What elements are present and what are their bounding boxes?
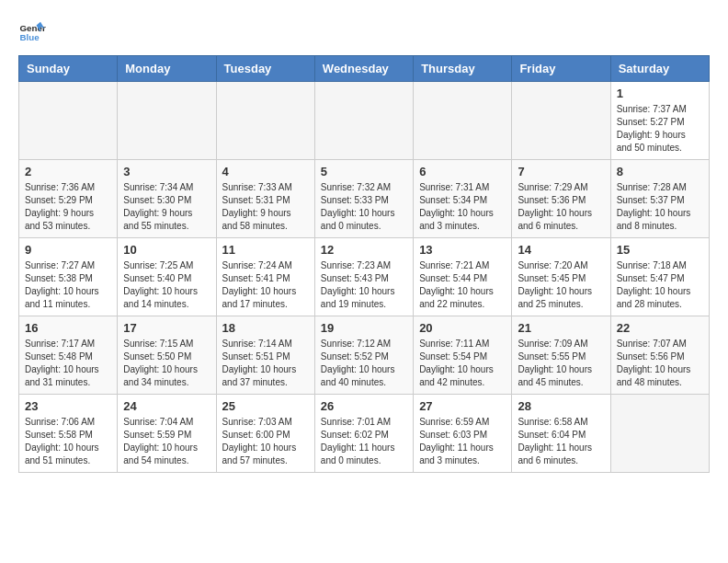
day-info: Sunrise: 6:59 AM Sunset: 6:03 PM Dayligh… xyxy=(419,416,506,467)
day-info: Sunrise: 7:07 AM Sunset: 5:56 PM Dayligh… xyxy=(617,338,703,389)
day-info: Sunrise: 7:03 AM Sunset: 6:00 PM Dayligh… xyxy=(222,416,309,467)
calendar-day-header: Wednesday xyxy=(314,56,413,82)
day-info: Sunrise: 7:37 AM Sunset: 5:27 PM Dayligh… xyxy=(617,103,703,155)
day-info: Sunrise: 7:09 AM Sunset: 5:55 PM Dayligh… xyxy=(518,338,604,389)
calendar-cell: 26Sunrise: 7:01 AM Sunset: 6:02 PM Dayli… xyxy=(314,395,413,473)
calendar-cell: 22Sunrise: 7:07 AM Sunset: 5:56 PM Dayli… xyxy=(610,316,709,395)
calendar-cell xyxy=(19,82,118,160)
calendar-day-header: Saturday xyxy=(610,56,709,82)
day-info: Sunrise: 7:06 AM Sunset: 5:58 PM Dayligh… xyxy=(25,416,111,467)
day-info: Sunrise: 7:36 AM Sunset: 5:29 PM Dayligh… xyxy=(25,181,111,233)
day-info: Sunrise: 7:31 AM Sunset: 5:34 PM Dayligh… xyxy=(419,181,506,233)
day-number: 8 xyxy=(617,165,703,178)
calendar-cell: 25Sunrise: 7:03 AM Sunset: 6:00 PM Dayli… xyxy=(216,395,314,473)
calendar-day-header: Thursday xyxy=(414,56,512,82)
day-info: Sunrise: 7:32 AM Sunset: 5:33 PM Dayligh… xyxy=(321,181,407,233)
calendar-day-header: Sunday xyxy=(19,56,118,82)
day-number: 26 xyxy=(321,399,407,413)
calendar-cell: 8Sunrise: 7:28 AM Sunset: 5:37 PM Daylig… xyxy=(610,160,709,238)
logo-icon: General Blue xyxy=(18,18,46,46)
calendar-day-header: Monday xyxy=(118,56,216,82)
calendar-week-row: 2Sunrise: 7:36 AM Sunset: 5:29 PM Daylig… xyxy=(19,160,710,238)
calendar-cell: 28Sunrise: 6:58 AM Sunset: 6:04 PM Dayli… xyxy=(512,395,610,473)
calendar-cell: 23Sunrise: 7:06 AM Sunset: 5:58 PM Dayli… xyxy=(19,395,118,473)
day-info: Sunrise: 7:23 AM Sunset: 5:43 PM Dayligh… xyxy=(321,259,407,311)
day-number: 13 xyxy=(419,243,506,257)
day-number: 19 xyxy=(321,321,407,335)
calendar-cell: 10Sunrise: 7:25 AM Sunset: 5:40 PM Dayli… xyxy=(118,238,216,316)
calendar-cell: 21Sunrise: 7:09 AM Sunset: 5:55 PM Dayli… xyxy=(512,316,610,395)
day-number: 9 xyxy=(25,243,111,257)
calendar-cell: 27Sunrise: 6:59 AM Sunset: 6:03 PM Dayli… xyxy=(414,395,512,473)
day-info: Sunrise: 7:34 AM Sunset: 5:30 PM Dayligh… xyxy=(123,181,210,233)
day-info: Sunrise: 7:11 AM Sunset: 5:54 PM Dayligh… xyxy=(419,338,506,389)
day-number: 4 xyxy=(222,165,309,178)
day-info: Sunrise: 7:14 AM Sunset: 5:51 PM Dayligh… xyxy=(222,338,309,389)
day-number: 11 xyxy=(222,243,309,257)
day-number: 21 xyxy=(518,321,604,335)
svg-text:General: General xyxy=(20,23,47,33)
day-number: 1 xyxy=(617,86,703,100)
day-info: Sunrise: 7:04 AM Sunset: 5:59 PM Dayligh… xyxy=(123,416,210,467)
day-number: 22 xyxy=(617,321,703,335)
calendar-cell: 13Sunrise: 7:21 AM Sunset: 5:44 PM Dayli… xyxy=(414,238,512,316)
calendar-cell: 11Sunrise: 7:24 AM Sunset: 5:41 PM Dayli… xyxy=(216,238,314,316)
calendar-week-row: 9Sunrise: 7:27 AM Sunset: 5:38 PM Daylig… xyxy=(19,238,710,316)
day-number: 18 xyxy=(222,321,309,335)
day-number: 17 xyxy=(123,321,210,335)
day-info: Sunrise: 7:25 AM Sunset: 5:40 PM Dayligh… xyxy=(123,259,210,311)
calendar-cell xyxy=(314,82,413,160)
day-number: 23 xyxy=(25,399,111,413)
calendar-day-header: Friday xyxy=(512,56,610,82)
day-info: Sunrise: 7:01 AM Sunset: 6:02 PM Dayligh… xyxy=(321,416,407,467)
day-info: Sunrise: 7:18 AM Sunset: 5:47 PM Dayligh… xyxy=(617,259,703,311)
day-number: 16 xyxy=(25,321,111,335)
calendar-day-header: Tuesday xyxy=(216,56,314,82)
logo: General Blue xyxy=(18,18,46,46)
day-info: Sunrise: 7:24 AM Sunset: 5:41 PM Dayligh… xyxy=(222,259,309,311)
day-info: Sunrise: 7:28 AM Sunset: 5:37 PM Dayligh… xyxy=(617,181,703,233)
calendar-cell: 20Sunrise: 7:11 AM Sunset: 5:54 PM Dayli… xyxy=(414,316,512,395)
day-number: 25 xyxy=(222,399,309,413)
calendar-cell: 12Sunrise: 7:23 AM Sunset: 5:43 PM Dayli… xyxy=(314,238,413,316)
calendar-cell xyxy=(512,82,610,160)
calendar-week-row: 16Sunrise: 7:17 AM Sunset: 5:48 PM Dayli… xyxy=(19,316,710,395)
calendar-cell xyxy=(216,82,314,160)
day-number: 14 xyxy=(518,243,604,257)
calendar-cell: 24Sunrise: 7:04 AM Sunset: 5:59 PM Dayli… xyxy=(118,395,216,473)
day-info: Sunrise: 7:17 AM Sunset: 5:48 PM Dayligh… xyxy=(25,338,111,389)
day-number: 6 xyxy=(419,165,506,178)
day-number: 27 xyxy=(419,399,506,413)
day-number: 3 xyxy=(123,165,210,178)
day-info: Sunrise: 7:15 AM Sunset: 5:50 PM Dayligh… xyxy=(123,338,210,389)
calendar-cell: 19Sunrise: 7:12 AM Sunset: 5:52 PM Dayli… xyxy=(314,316,413,395)
calendar-cell xyxy=(118,82,216,160)
day-info: Sunrise: 7:20 AM Sunset: 5:45 PM Dayligh… xyxy=(518,259,604,311)
day-info: Sunrise: 7:27 AM Sunset: 5:38 PM Dayligh… xyxy=(25,259,111,311)
day-number: 24 xyxy=(123,399,210,413)
calendar-cell: 16Sunrise: 7:17 AM Sunset: 5:48 PM Dayli… xyxy=(19,316,118,395)
calendar-cell: 1Sunrise: 7:37 AM Sunset: 5:27 PM Daylig… xyxy=(610,82,709,160)
day-number: 20 xyxy=(419,321,506,335)
day-number: 7 xyxy=(518,165,604,178)
day-info: Sunrise: 6:58 AM Sunset: 6:04 PM Dayligh… xyxy=(518,416,604,467)
day-number: 28 xyxy=(518,399,604,413)
day-number: 15 xyxy=(617,243,703,257)
calendar-cell: 14Sunrise: 7:20 AM Sunset: 5:45 PM Dayli… xyxy=(512,238,610,316)
page-header: General Blue xyxy=(18,18,710,46)
calendar-cell: 15Sunrise: 7:18 AM Sunset: 5:47 PM Dayli… xyxy=(610,238,709,316)
day-number: 12 xyxy=(321,243,407,257)
calendar-header-row: SundayMondayTuesdayWednesdayThursdayFrid… xyxy=(19,56,710,82)
calendar-table: SundayMondayTuesdayWednesdayThursdayFrid… xyxy=(18,55,710,473)
day-info: Sunrise: 7:21 AM Sunset: 5:44 PM Dayligh… xyxy=(419,259,506,311)
day-number: 5 xyxy=(321,165,407,178)
day-number: 2 xyxy=(25,165,111,178)
calendar-cell: 9Sunrise: 7:27 AM Sunset: 5:38 PM Daylig… xyxy=(19,238,118,316)
calendar-cell: 2Sunrise: 7:36 AM Sunset: 5:29 PM Daylig… xyxy=(19,160,118,238)
calendar-week-row: 1Sunrise: 7:37 AM Sunset: 5:27 PM Daylig… xyxy=(19,82,710,160)
calendar-cell: 6Sunrise: 7:31 AM Sunset: 5:34 PM Daylig… xyxy=(414,160,512,238)
calendar-cell: 7Sunrise: 7:29 AM Sunset: 5:36 PM Daylig… xyxy=(512,160,610,238)
calendar-week-row: 23Sunrise: 7:06 AM Sunset: 5:58 PM Dayli… xyxy=(19,395,710,473)
calendar-cell: 4Sunrise: 7:33 AM Sunset: 5:31 PM Daylig… xyxy=(216,160,314,238)
day-number: 10 xyxy=(123,243,210,257)
